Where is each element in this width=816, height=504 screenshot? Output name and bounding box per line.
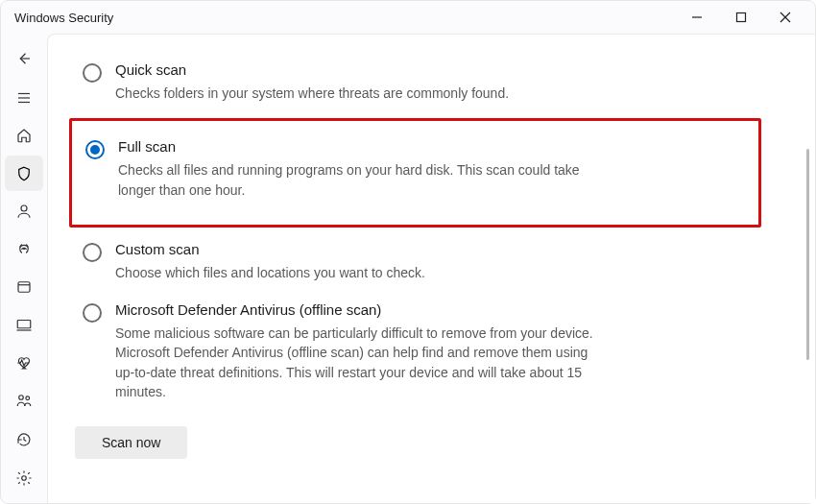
gear-icon bbox=[15, 469, 33, 487]
radio-offline-scan[interactable] bbox=[83, 303, 102, 323]
option-label: Full scan bbox=[118, 138, 739, 155]
window-title: Windows Security bbox=[14, 11, 675, 25]
windows-security-window: Windows Security bbox=[0, 0, 816, 504]
maximize-button[interactable] bbox=[719, 2, 763, 33]
svg-point-8 bbox=[21, 205, 27, 211]
option-label: Custom scan bbox=[115, 241, 748, 257]
close-button[interactable] bbox=[763, 2, 807, 33]
nav-family[interactable] bbox=[5, 382, 43, 418]
option-desc: Checks all files and running programs on… bbox=[118, 160, 598, 200]
scan-now-button[interactable]: Scan now bbox=[75, 426, 187, 459]
person-icon bbox=[15, 203, 33, 220]
option-desc: Checks folders in your system where thre… bbox=[115, 84, 595, 103]
family-icon bbox=[15, 392, 33, 409]
home-icon bbox=[15, 127, 33, 144]
nav-virus-protection[interactable] bbox=[5, 156, 43, 191]
option-custom-scan[interactable]: Custom scan Choose which files and locat… bbox=[75, 233, 757, 294]
radio-custom-scan[interactable] bbox=[83, 243, 102, 262]
radio-full-scan[interactable] bbox=[85, 140, 105, 159]
option-desc: Choose which files and locations you wan… bbox=[115, 263, 595, 282]
nav-account-protection[interactable] bbox=[5, 193, 43, 228]
radio-quick-scan[interactable] bbox=[83, 63, 102, 83]
svg-rect-12 bbox=[17, 321, 31, 328]
svg-point-16 bbox=[22, 476, 27, 481]
nav-history[interactable] bbox=[5, 422, 43, 458]
svg-point-15 bbox=[26, 396, 30, 400]
option-full-scan[interactable]: Full scan Checks all files and running p… bbox=[78, 131, 749, 211]
option-label: Quick scan bbox=[115, 61, 748, 78]
minimize-button[interactable] bbox=[675, 2, 719, 33]
option-label: Microsoft Defender Antivirus (offline sc… bbox=[115, 301, 748, 318]
app-icon bbox=[15, 278, 33, 296]
option-quick-scan[interactable]: Quick scan Checks folders in your system… bbox=[75, 54, 757, 114]
nav-device-security[interactable] bbox=[5, 306, 43, 342]
back-arrow-icon bbox=[15, 50, 33, 67]
wifi-icon bbox=[15, 240, 33, 257]
shield-icon bbox=[15, 165, 33, 182]
highlight-full-scan: Full scan Checks all files and running p… bbox=[69, 118, 761, 228]
titlebar: Windows Security bbox=[1, 1, 815, 34]
svg-rect-10 bbox=[18, 281, 30, 292]
history-icon bbox=[15, 431, 33, 448]
option-desc: Some malicious software can be particula… bbox=[115, 324, 595, 401]
nav-firewall[interactable] bbox=[5, 231, 43, 267]
sidebar bbox=[1, 34, 47, 503]
svg-rect-1 bbox=[737, 13, 746, 22]
scrollbar-thumb[interactable] bbox=[806, 149, 809, 360]
scan-options-panel: Quick scan Checks folders in your system… bbox=[47, 34, 815, 503]
nav-home[interactable] bbox=[5, 117, 43, 153]
option-offline-scan[interactable]: Microsoft Defender Antivirus (offline sc… bbox=[75, 294, 757, 413]
menu-icon bbox=[15, 89, 33, 107]
back-button[interactable] bbox=[5, 39, 43, 78]
nav-menu[interactable] bbox=[5, 80, 43, 115]
heart-icon bbox=[15, 354, 33, 372]
nav-settings[interactable] bbox=[5, 460, 43, 495]
nav-performance[interactable] bbox=[5, 345, 43, 380]
device-icon bbox=[15, 316, 33, 333]
nav-app-browser[interactable] bbox=[5, 269, 43, 304]
svg-point-14 bbox=[19, 396, 24, 400]
